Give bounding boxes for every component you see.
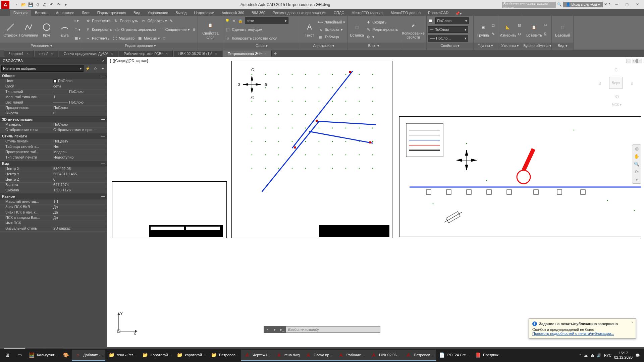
taskbar-item[interactable]: AПетропав... <box>402 350 436 361</box>
prop-row[interactable]: ЦветПоСлою <box>0 79 107 84</box>
util-ic1[interactable]: ⊡ <box>517 21 522 29</box>
filetab-0[interactable]: Чертеж1× <box>4 50 34 57</box>
layer-copyprops[interactable]: ⎘Копировать свойства слоя <box>224 35 278 42</box>
group-button[interactable]: ▣Группа <box>475 16 491 43</box>
qat-saveas-icon[interactable]: ⎙ <box>35 2 41 8</box>
draw-extra3-icon[interactable]: ▦ ▾ <box>74 35 82 42</box>
prop-row[interactable]: Визуальный стиль2D-каркас <box>0 226 107 232</box>
nav-show-icon[interactable]: ▾ <box>636 177 638 182</box>
tab-sheet[interactable]: Лист <box>78 10 93 16</box>
prop-row[interactable]: Масштаб типа лин...1 <box>0 95 107 100</box>
nav-bar[interactable]: ◎ ✋ 🔍 ⟳ ▾ <box>632 144 641 184</box>
draw-extra1-icon[interactable]: ▫ ▾ <box>74 17 82 24</box>
taskbar-item[interactable]: 📁каратогай... <box>174 350 208 361</box>
taskbar-item[interactable]: 🧮Калькулят... <box>25 350 60 361</box>
command-input[interactable] <box>286 326 380 333</box>
taskbar-item[interactable]: 📁гена - Рез... <box>105 350 139 361</box>
prop-row[interactable]: Ширина1303.1176 <box>0 188 107 193</box>
tab-bim360[interactable]: BIM 360 <box>248 10 269 16</box>
layer-ic3[interactable]: 🔒 <box>237 17 244 24</box>
nav-wheel-icon[interactable]: ◎ <box>635 146 639 151</box>
blkedit-button[interactable]: ✎Редактировать <box>365 26 398 33</box>
tab-view[interactable]: Вид <box>130 10 144 16</box>
tab-manage[interactable]: Управление <box>144 10 171 16</box>
viewcube[interactable]: Верх С Ю З В МСК ▾ <box>596 63 636 103</box>
tab-home[interactable]: Главная <box>10 10 31 16</box>
color-combo[interactable]: ПоСлою▾ <box>435 17 469 24</box>
app-logo[interactable]: A <box>1 1 9 9</box>
prop-row[interactable]: МатериалПоСлою <box>0 122 107 128</box>
minimize-icon[interactable]: ─ <box>612 1 621 8</box>
taskbar-item[interactable]: AСвеча пр... <box>302 350 335 361</box>
util-ic2[interactable]: ⊙ <box>517 30 522 38</box>
copy-button[interactable]: ⎘Копировать <box>85 26 112 33</box>
prop-row[interactable]: Тип стилей печатиНедоступно <box>0 155 107 161</box>
tray-notif-icon[interactable]: 💬 <box>635 353 640 358</box>
tray-vol-icon[interactable]: 🔊 <box>597 353 601 358</box>
baseview-button[interactable]: ⬚Базовый <box>553 16 572 43</box>
layer-setcurrent[interactable]: ⬚Сделать текущим <box>224 26 263 33</box>
prop-row[interactable]: Знак ПСК в нач. к...Да <box>0 210 107 216</box>
palette-close-icon[interactable]: × <box>102 59 104 63</box>
search-input[interactable]: Введите ключевое слово/фразу <box>502 2 556 8</box>
selprev-icon[interactable]: ◇ <box>92 65 98 71</box>
nav-zoom-icon[interactable]: 🔍 <box>634 162 639 167</box>
filetab-3[interactable]: Рабочие чертежи ГСВ*× <box>119 50 173 57</box>
prop-row[interactable]: Имя ПСК <box>0 221 107 226</box>
scale-button[interactable]: ⛶Масштаб <box>111 35 135 42</box>
dimlinear-button[interactable]: ⟷Линейный ▾ <box>317 18 346 26</box>
infocenter-icon[interactable]: 🔍 <box>557 2 562 7</box>
polyline-button[interactable]: Полилиния <box>19 16 38 43</box>
ungroup-icon[interactable]: ◻ <box>491 21 495 29</box>
groupedit-icon[interactable]: ✎ <box>491 30 495 38</box>
tray-clock[interactable]: 15:1702.12.2020 <box>614 351 633 360</box>
drawing-canvas[interactable]: [−][Сверху][2D-каркас] ─ ▢ × <box>107 57 644 347</box>
tab-addins[interactable]: Надстройки <box>191 10 217 16</box>
taskbar-item[interactable]: 📁Петропав... <box>208 350 241 361</box>
panel-annot-title[interactable]: Аннотации ▾ <box>300 43 347 49</box>
tab-geo2[interactable]: МенюГЕО доп-но <box>387 10 424 16</box>
filetab-add-icon[interactable]: ✚ <box>274 51 277 56</box>
taskbar-item[interactable]: AЧертеж1... <box>241 350 273 361</box>
move-button[interactable]: ✥Перенести <box>85 17 111 24</box>
edit-ext1-icon[interactable]: ✎ <box>169 17 173 24</box>
togglepim-icon[interactable]: ✦ <box>100 65 106 71</box>
cmd-close-icon[interactable]: × <box>264 326 271 333</box>
tab-output[interactable]: Вывод <box>172 10 190 16</box>
prop-row[interactable]: Отображение тениОтбрасываемая и прин... <box>0 128 107 133</box>
taskbar-item[interactable]: 🎨 <box>60 350 72 361</box>
prop-row[interactable]: ПрозрачностьПоСлою <box>0 106 107 111</box>
tray-lang[interactable]: РУС <box>604 353 611 357</box>
table-button[interactable]: ▦Таблица <box>317 33 346 41</box>
rotate-button[interactable]: ↻Повернуть <box>112 17 139 24</box>
insert-button[interactable]: ⬚Вставка <box>349 16 365 43</box>
tab-featured[interactable]: Рекомендованные приложения <box>269 10 330 16</box>
panel-draw-title[interactable]: Рисование ▾ <box>0 43 83 49</box>
prop-row[interactable]: Масштаб аннотац...1:1 <box>0 199 107 205</box>
panel-groups-title[interactable]: Группы ▾ <box>474 43 497 49</box>
notif-close-icon[interactable]: × <box>632 320 634 324</box>
stretch-button[interactable]: ↔Растянуть <box>85 35 110 42</box>
qat-save-icon[interactable]: 💾 <box>28 2 34 8</box>
measure-button[interactable]: 📐Измерить <box>498 16 517 43</box>
tab-insert[interactable]: Вставка <box>32 10 52 16</box>
panel-block-title[interactable]: Блок ▾ <box>347 43 400 49</box>
ribbon-pin-icon[interactable]: 📌▾ <box>455 11 462 16</box>
prop-row[interactable]: Знак ПСК ВКЛДа <box>0 205 107 210</box>
prop-row[interactable]: Центр Z0 <box>0 177 107 183</box>
panel-props-title[interactable]: Свойства ▾ <box>427 43 473 49</box>
prop-row[interactable]: Стиль печатиПоЦвету <box>0 139 107 144</box>
copy-icon[interactable]: ⎘ <box>543 30 548 38</box>
layerprops-button[interactable]: 📋Свойстваслоя <box>199 16 221 43</box>
panel-utils-title[interactable]: Утилиты ▾ <box>497 43 523 49</box>
tray-up-icon[interactable]: ˄ <box>579 353 581 358</box>
taskbar-item[interactable]: 📁Каратогай... <box>139 350 174 361</box>
taskbar-item[interactable]: ⊞ <box>1 350 13 361</box>
blkattr-button[interactable]: ⚙ ▾ <box>365 33 398 41</box>
maximize-icon[interactable]: ▢ <box>622 1 632 8</box>
prop-row[interactable]: Пространство таб...Модель <box>0 150 107 155</box>
close-icon[interactable]: ✕ <box>633 1 642 8</box>
help-icon[interactable]: ? <box>608 3 610 7</box>
qat-redo-icon[interactable]: ↷ <box>56 2 62 8</box>
panel-view-title[interactable]: Вид ▾ <box>552 43 573 49</box>
